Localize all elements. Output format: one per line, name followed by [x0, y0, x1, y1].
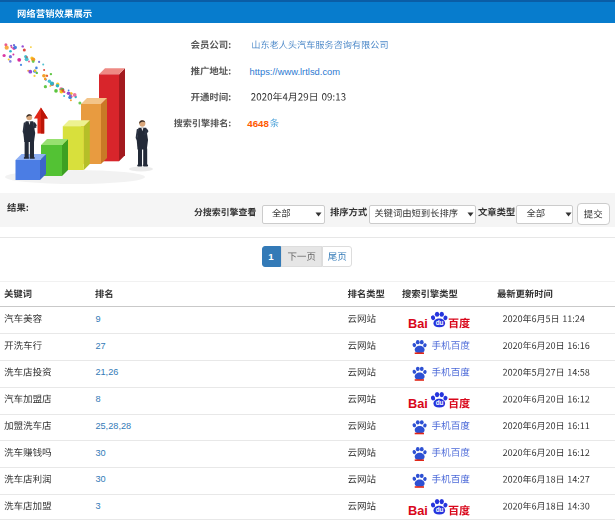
svg-text:Bai: Bai [408, 503, 428, 518]
svg-text:du: du [436, 506, 444, 513]
svg-text:Bai: Bai [408, 396, 428, 411]
svg-text:Bai: Bai [408, 316, 428, 331]
svg-text:du: du [436, 319, 444, 326]
svg-text:du: du [436, 399, 444, 406]
